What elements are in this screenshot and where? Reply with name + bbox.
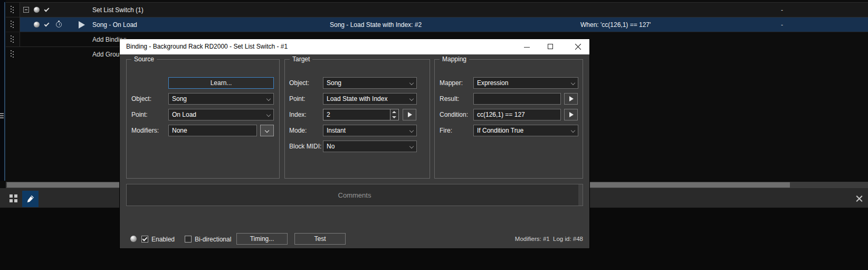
enabled-label: Enabled <box>151 234 175 245</box>
target-index-test-button[interactable] <box>403 109 416 120</box>
binding-row-dash: - <box>781 17 783 32</box>
spin-down-icon <box>392 116 396 118</box>
source-legend: Source <box>131 55 157 63</box>
check-icon <box>142 236 148 241</box>
enabled-checkbox[interactable] <box>141 236 148 243</box>
state-indicator-icon <box>34 22 40 27</box>
learn-button[interactable]: Learn... <box>168 77 274 89</box>
binding-dialog: Binding - Background Rack RD2000 - Set L… <box>120 39 589 248</box>
target-index-value: 2 <box>327 111 330 118</box>
close-icon <box>575 43 581 50</box>
close-button[interactable] <box>566 39 589 54</box>
chevron-down-icon <box>265 128 269 133</box>
chevron-down-icon <box>571 81 575 85</box>
collapse-icon[interactable] <box>23 7 29 13</box>
timing-button[interactable]: Timing... <box>236 233 288 245</box>
spinner-buttons[interactable] <box>390 109 398 120</box>
state-indicator-icon <box>34 7 40 13</box>
panel-layout-button[interactable] <box>9 194 17 202</box>
target-index-label: Index: <box>289 109 307 120</box>
maximize-icon <box>548 44 553 49</box>
panel-close-icon[interactable] <box>856 195 863 202</box>
condition-field[interactable]: cc(126,1) == 127 <box>473 109 561 120</box>
target-mode-select[interactable]: Instant <box>323 125 417 136</box>
chevron-down-icon <box>409 144 414 148</box>
group-row-label[interactable]: Set List Switch (1) <box>92 3 144 17</box>
source-object-select[interactable]: Song <box>168 93 274 105</box>
dialog-title: Binding - Background Rack RD2000 - Set L… <box>126 39 288 54</box>
target-blockmidi-label: Block MIDI: <box>289 141 321 152</box>
chevron-down-icon <box>409 128 414 133</box>
binding-group-row[interactable] <box>20 3 868 17</box>
target-blockmidi-select[interactable]: No <box>323 141 417 152</box>
target-point-select[interactable]: Load State with Index <box>323 93 417 105</box>
play-binding-icon[interactable] <box>79 21 85 29</box>
fire-label: Fire: <box>440 125 452 136</box>
fire-select[interactable]: If Condition True <box>473 125 578 136</box>
splitter-grip-icon[interactable] <box>0 113 4 118</box>
chevron-down-icon <box>266 97 271 101</box>
mapper-value: Expression <box>477 79 508 87</box>
play-icon <box>569 112 574 117</box>
bidirectional-label: Bi-directional <box>195 234 231 245</box>
app-window: Set List Switch (1) - Song - On Load Son… <box>0 0 868 270</box>
source-modifiers-label: Modifiers: <box>131 125 159 136</box>
drag-handle-icon[interactable] <box>11 35 15 43</box>
edit-pencil-icon <box>26 194 35 203</box>
row-separator <box>6 32 868 32</box>
minimize-button[interactable] <box>519 39 535 54</box>
target-object-value: Song <box>327 79 341 87</box>
spin-up-icon <box>392 111 396 113</box>
target-mode-label: Mode: <box>289 125 307 136</box>
maximize-button[interactable] <box>542 39 558 54</box>
chevron-down-icon <box>266 113 271 117</box>
target-blockmidi-value: No <box>327 143 335 150</box>
chevron-down-icon <box>409 81 414 85</box>
grid-icon <box>9 194 13 198</box>
drag-handle-icon[interactable] <box>11 50 15 58</box>
binding-row-selected[interactable] <box>20 17 868 32</box>
drag-handle-icon[interactable] <box>11 21 15 29</box>
target-index-spinner[interactable]: 2 <box>323 109 399 120</box>
chevron-down-icon <box>571 128 575 133</box>
chevron-down-icon <box>409 97 414 101</box>
timer-icon <box>56 22 62 27</box>
target-point-label: Point: <box>289 93 306 105</box>
condition-label: Condition: <box>440 109 468 120</box>
condition-value: cc(126,1) == 127 <box>477 111 525 118</box>
source-point-label: Point: <box>131 109 148 120</box>
modifiers-dropdown-button[interactable] <box>260 125 274 136</box>
source-modifiers-field[interactable]: None <box>168 125 257 136</box>
binding-row-target[interactable]: Song - Load State with Index: #2 <box>330 17 422 32</box>
target-mode-value: Instant <box>327 127 346 134</box>
comments-box[interactable]: Comments <box>126 184 583 206</box>
group-row-dash: - <box>781 3 783 17</box>
target-point-value: Load State with Index <box>327 95 387 103</box>
source-point-select[interactable]: On Load <box>168 109 274 120</box>
result-test-button[interactable] <box>564 93 578 105</box>
fire-value: If Condition True <box>477 127 523 134</box>
result-field[interactable] <box>473 93 561 105</box>
target-object-label: Object: <box>289 77 309 89</box>
binding-status-indicator <box>130 236 137 242</box>
condition-test-button[interactable] <box>564 109 578 120</box>
mapper-select[interactable]: Expression <box>473 77 578 89</box>
drag-handle-icon[interactable] <box>11 6 15 14</box>
bidirectional-checkbox[interactable] <box>185 236 192 243</box>
mapper-label: Mapper: <box>440 77 463 89</box>
comments-scrollbar[interactable] <box>578 184 583 206</box>
left-rail-accent <box>4 2 5 181</box>
source-object-value: Song <box>172 95 187 103</box>
binding-row-source[interactable]: Song - On Load <box>92 17 137 32</box>
target-legend: Target <box>290 55 312 63</box>
test-button[interactable]: Test <box>294 233 346 245</box>
mapping-legend: Mapping <box>440 55 469 63</box>
play-icon <box>408 112 412 117</box>
source-object-label: Object: <box>131 93 151 105</box>
target-object-select[interactable]: Song <box>323 77 417 89</box>
comments-placeholder: Comments <box>127 184 583 207</box>
source-point-value: On Load <box>172 111 196 118</box>
play-icon <box>569 96 574 101</box>
binding-row-condition[interactable]: When: 'cc(126,1) == 127' <box>580 17 651 32</box>
bindings-tab-active[interactable] <box>22 191 39 207</box>
